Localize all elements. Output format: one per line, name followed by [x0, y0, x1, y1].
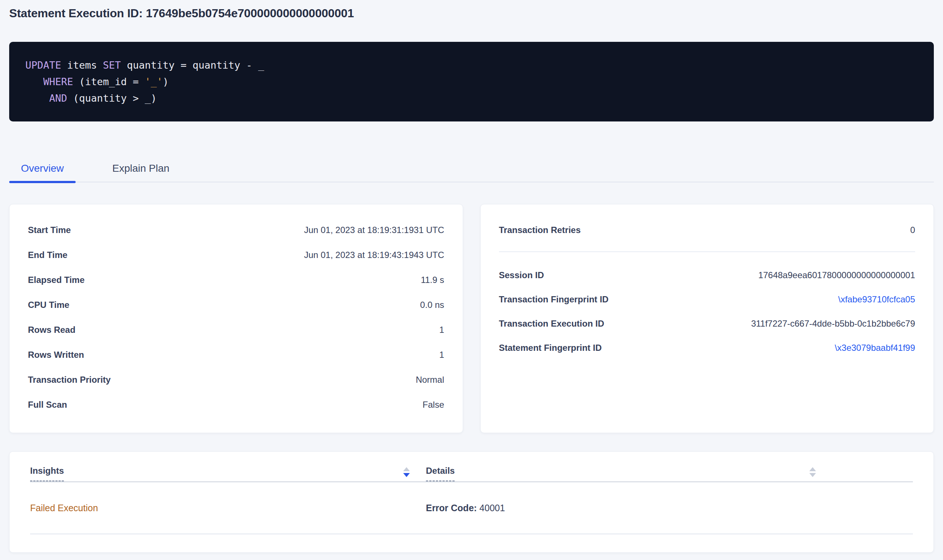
tab-explain-plan-label: Explain Plan	[112, 163, 169, 174]
details-column-label: Details	[426, 466, 455, 482]
kv-value: 0.0 ns	[420, 300, 444, 310]
sql-statement-box: UPDATE items SET quantity = quantity - _…	[9, 42, 934, 122]
kv-label: Rows Written	[28, 350, 84, 360]
kv-label: Transaction Priority	[28, 375, 111, 385]
kv-value: 11.9 s	[421, 275, 444, 285]
insights-table-header: Insights Details	[30, 452, 913, 482]
kv-label: Full Scan	[28, 400, 67, 410]
tab-overview[interactable]: Overview	[9, 158, 76, 182]
kv-label: Transaction Retries	[499, 225, 581, 235]
sort-up-icon	[403, 467, 410, 471]
overview-card: Start Time Jun 01, 2023 at 18:19:31:1931…	[9, 204, 463, 433]
kv-label: End Time	[28, 250, 68, 260]
sort-down-icon	[809, 473, 816, 477]
column-header-details: Details	[410, 466, 816, 482]
sort-icon-insights[interactable]	[403, 467, 410, 477]
kv-value: 0	[910, 225, 915, 235]
page-title: Statement Execution ID: 17649be5b0754e70…	[9, 5, 934, 21]
statement-fingerprint-link[interactable]: \x3e3079baabf41f99	[835, 343, 915, 353]
kv-value: Jun 01, 2023 at 18:19:31:1931 UTC	[304, 225, 444, 235]
transaction-fingerprint-link[interactable]: \xfabe93710fcfca05	[838, 294, 915, 305]
kv-row-rows-read: Rows Read 1	[28, 317, 444, 342]
kv-label: Rows Read	[28, 325, 75, 335]
kv-value: Jun 01, 2023 at 18:19:43:1943 UTC	[304, 250, 444, 260]
tab-overview-label: Overview	[21, 163, 64, 174]
tabs-bar: Overview Explain Plan	[9, 158, 934, 182]
kv-row-cpu-time: CPU Time 0.0 ns	[28, 292, 444, 317]
kv-label: Session ID	[499, 270, 544, 280]
error-code-text: Error Code: 40001	[426, 503, 505, 513]
sort-down-icon	[403, 473, 410, 477]
error-code-label: Error Code:	[426, 503, 477, 513]
transaction-card: Transaction Retries 0 Session ID 17648a9…	[480, 204, 934, 433]
kv-row-transaction-retries: Transaction Retries 0	[499, 218, 915, 243]
tab-underline	[9, 181, 76, 183]
column-header-insights: Insights	[30, 466, 410, 482]
kv-row-full-scan: Full Scan False	[28, 392, 444, 417]
kv-value: 311f7227-c667-4dde-b5bb-0c1b2bbe6c79	[751, 318, 915, 329]
kv-row-statement-fingerprint-id: Statement Fingerprint ID \x3e3079baabf41…	[499, 336, 915, 360]
kv-label: Transaction Fingerprint ID	[499, 294, 609, 305]
kv-value: 17648a9eea6017800000000000000001	[758, 270, 915, 280]
kv-row-transaction-priority: Transaction Priority Normal	[28, 367, 444, 392]
tab-explain-plan[interactable]: Explain Plan	[101, 158, 182, 182]
kv-value: 1	[439, 325, 444, 335]
sql-statement: UPDATE items SET quantity = quantity - _…	[25, 57, 918, 106]
details-cell: Error Code: 40001	[410, 503, 816, 513]
kv-value: Normal	[416, 375, 444, 385]
kv-row-transaction-execution-id: Transaction Execution ID 311f7227-c667-4…	[499, 312, 915, 336]
kv-row-transaction-fingerprint-id: Transaction Fingerprint ID \xfabe93710fc…	[499, 287, 915, 312]
kv-row-elapsed-time: Elapsed Time 11.9 s	[28, 268, 444, 292]
failed-execution-text: Failed Execution	[30, 503, 98, 513]
kv-row-start-time: Start Time Jun 01, 2023 at 18:19:31:1931…	[28, 218, 444, 243]
kv-label: Transaction Execution ID	[499, 318, 604, 329]
table-row: Failed Execution Error Code: 40001	[30, 482, 913, 534]
sort-icon-details[interactable]	[809, 467, 816, 477]
sort-up-icon	[809, 467, 816, 471]
kv-label: Elapsed Time	[28, 275, 85, 285]
insights-column-label: Insights	[30, 466, 64, 482]
kv-value: 1	[439, 350, 444, 360]
insights-table-card: Insights Details Failed Execution Error …	[9, 451, 934, 553]
card-divider	[499, 251, 915, 252]
kv-row-end-time: End Time Jun 01, 2023 at 18:19:43:1943 U…	[28, 243, 444, 268]
kv-label: Statement Fingerprint ID	[499, 343, 602, 353]
kv-value: False	[423, 400, 444, 410]
kv-label: CPU Time	[28, 300, 69, 310]
insight-cell: Failed Execution	[30, 503, 410, 513]
kv-row-rows-written: Rows Written 1	[28, 342, 444, 367]
kv-row-session-id: Session ID 17648a9eea6017800000000000000…	[499, 263, 915, 287]
kv-label: Start Time	[28, 225, 71, 235]
error-code-value: 40001	[479, 503, 505, 513]
